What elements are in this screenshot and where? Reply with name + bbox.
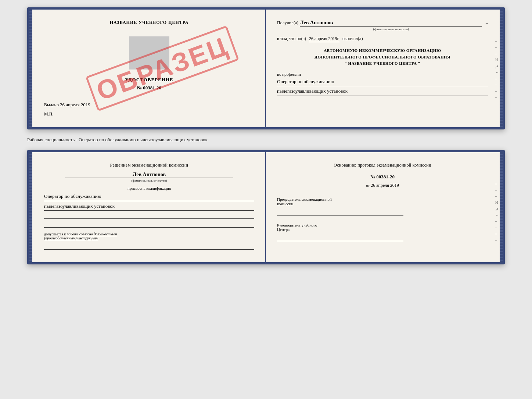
допускается-value: работе согласно должностным <box>67 232 117 236</box>
separator-text: Рабочая специальность - Оператор по обсл… <box>27 136 505 143</box>
spine-right <box>500 10 503 127</box>
name-hint: (фамилия, имя, отчество) <box>300 27 482 31</box>
допускается-text: допускается к работе согласно должностны… <box>44 232 254 240</box>
bottom-book-left-panel: Решением экзаменационной комиссии Лев Ан… <box>29 152 266 262</box>
recipient-name: Лев Антпонов <box>300 20 482 27</box>
profession-line2: пылегазоулавливающих установок <box>277 88 488 96</box>
received-label: Получил(а) <box>277 20 298 26</box>
side-marks-bottom: – – – И ¸а ← – – – – <box>495 182 499 242</box>
top-book-left-panel: НАЗВАНИЕ УЧЕБНОГО ЦЕНТРА УДОСТОВЕРЕНИЕ №… <box>29 10 266 127</box>
bottom-document-book: Решением экзаменационной комиссии Лев Ан… <box>27 150 505 264</box>
org-line1: АВТОНОМНУЮ НЕКОММЕРЧЕСКУЮ ОРГАНИЗАЦИЮ <box>277 47 488 54</box>
photo-placeholder <box>129 36 169 70</box>
допускается-prefix: допускается к <box>44 232 66 236</box>
director-label: Руководитель учебного <box>277 223 488 227</box>
производственным: (производственным) инструкциям <box>44 236 98 240</box>
top-book-right-panel: Получил(а) Лев Антпонов (фамилия, имя, о… <box>266 10 503 127</box>
top-document-book: НАЗВАНИЕ УЧЕБНОГО ЦЕНТРА УДОСТОВЕРЕНИЕ №… <box>27 7 505 129</box>
chairman-block: Председатель экзаменационной комиссии <box>277 197 488 215</box>
person-name-hint: (фамилия, имя, отчество) <box>44 179 254 182</box>
issued-label: Выдано <box>44 102 59 107</box>
document-number: № 00381-20 <box>44 85 254 91</box>
blank-line-1 <box>44 212 254 219</box>
mp-label: М.П. <box>44 111 254 117</box>
bottom-book-right-panel: Основание: протокол экзаменационной коми… <box>266 152 503 262</box>
blank-line-2 <box>44 221 254 228</box>
training-center-title: НАЗВАНИЕ УЧЕБНОГО ЦЕНТРА <box>44 20 254 25</box>
spine-bottom-right <box>500 152 503 262</box>
decision-text: Решением экзаменационной комиссии <box>44 163 254 168</box>
protocol-date-prefix: от <box>366 183 370 188</box>
protocol-date-value: 26 апреля 2019 <box>371 183 399 188</box>
org-block: АВТОНОМНУЮ НЕКОММЕРЧЕСКУЮ ОРГАНИЗАЦИЮ ДО… <box>277 47 488 67</box>
qualification-label: присвоена квалификация <box>44 186 254 190</box>
director-signature-line <box>277 235 403 241</box>
qualification-line2: пылегазоулавливающих установок <box>44 203 254 211</box>
org-name: " НАЗВАНИЕ УЧЕБНОГО ЦЕНТРА " <box>277 60 488 67</box>
chairman-signature-line <box>277 209 403 215</box>
director-block: Руководитель учебного Центра <box>277 223 488 241</box>
protocol-number: № 00381-20 <box>277 174 488 180</box>
person-name-bottom: Лев Антпонов <box>65 172 233 178</box>
issued-line: Выдано 26 апреля 2019 <box>44 102 254 108</box>
profession-line1: Оператор по обслуживанию <box>277 78 488 86</box>
chairman-label: Председатель экзаменационной <box>277 197 488 202</box>
date-prefix: в том, что он(а) <box>277 36 306 42</box>
issued-date: 26 апреля 2019 <box>60 102 90 107</box>
profession-label: по профессии <box>277 72 488 76</box>
side-marks: – – – И ¸а ← – – – – <box>495 39 499 99</box>
date-suffix: окончил(а) <box>342 36 363 42</box>
osnov-label: Основание: протокол экзаменационной коми… <box>277 163 488 168</box>
org-line2: ДОПОЛНИТЕЛЬНОГО ПРОФЕССИОНАЛЬНОГО ОБРАЗО… <box>277 54 488 61</box>
chairman-label2: комиссии <box>277 202 488 206</box>
qualification-line1: Оператор по обслуживанию <box>44 193 254 201</box>
completion-date-line: в том, что он(а) 26 апреля 2019г. окончи… <box>277 36 488 42</box>
recipient-line: Получил(а) Лев Антпонов (фамилия, имя, о… <box>277 20 488 31</box>
document-title: УДОСТОВЕРЕНИЕ <box>44 77 254 83</box>
date-value: 26 апреля 2019г. <box>309 36 339 42</box>
director-label2: Центра <box>277 227 488 232</box>
blank-line-3 <box>44 243 254 250</box>
protocol-date: от 26 апреля 2019 <box>277 183 488 188</box>
